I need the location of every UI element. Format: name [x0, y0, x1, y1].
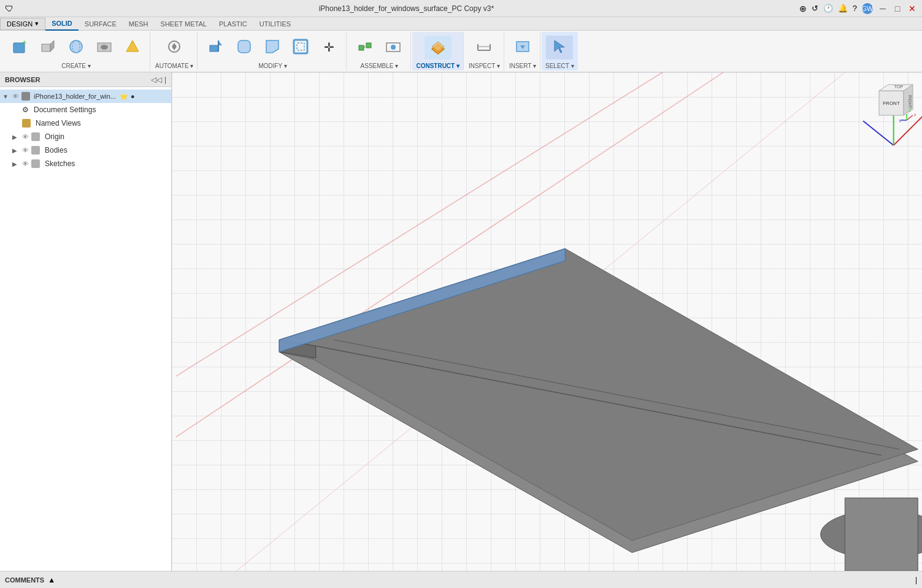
clock-icon[interactable]: 🕐 — [823, 4, 833, 13]
svg-line-20 — [364, 45, 366, 48]
insert-canvas-button[interactable] — [509, 36, 536, 59]
extrude-button[interactable] — [34, 36, 61, 59]
tree-eye-origin[interactable]: 👁 — [22, 133, 29, 140]
tree-bodies-icon — [31, 146, 40, 155]
browser-pin-button[interactable]: | — [164, 75, 166, 84]
tab-surface[interactable]: SURFACE — [79, 17, 123, 31]
select-label[interactable]: SELECT ▾ — [545, 63, 574, 69]
tree-item-named-views[interactable]: Named Views — [0, 116, 171, 130]
svg-point-4 — [70, 40, 82, 53]
select-buttons — [546, 33, 573, 61]
viewport[interactable]: FRONT RIGHT TOP X Y Z — [172, 72, 922, 571]
help-icon[interactable]: ? — [853, 4, 857, 13]
select-button[interactable] — [546, 36, 573, 59]
press-pull-button[interactable] — [202, 36, 229, 59]
automate-label[interactable]: AUTOMATE ▾ — [155, 63, 193, 69]
revolve-button[interactable] — [63, 36, 90, 59]
tree-label-root: iPhone13_holder_for_win... — [34, 93, 116, 100]
minimize-button[interactable]: ─ — [878, 4, 888, 13]
tree-label-sketches: Sketches — [45, 159, 75, 168]
measure-button[interactable] — [471, 36, 497, 59]
revolve-icon — [67, 38, 85, 57]
tab-solid[interactable]: SOLID — [45, 17, 79, 31]
svg-line-54 — [907, 115, 913, 120]
svg-text:Z: Z — [909, 108, 912, 112]
design-label: DESIGN — [7, 20, 33, 28]
refresh-icon[interactable]: ↺ — [812, 4, 818, 13]
svg-point-7 — [101, 45, 108, 50]
maximize-button[interactable]: □ — [893, 4, 902, 13]
tree-settings-icon: ⚙ — [22, 105, 29, 114]
joint-button[interactable] — [352, 36, 378, 59]
assemble-label[interactable]: ASSEMBLE ▾ — [361, 63, 399, 69]
insert-label[interactable]: INSERT ▾ — [509, 63, 536, 69]
construct-label[interactable]: CONSTRUCT ▾ — [416, 63, 459, 69]
toolbar-tabs: SOLID SURFACE MESH SHEET METAL PLASTIC U… — [45, 17, 297, 31]
modify-label[interactable]: MODIFY ▾ — [258, 63, 286, 69]
fillet-button[interactable] — [231, 36, 258, 59]
as-built-joint-icon — [385, 38, 402, 57]
inspect-buttons — [471, 33, 497, 61]
new-component-button[interactable]: + — [6, 36, 33, 59]
comments-pin-button[interactable]: | — [915, 576, 917, 584]
automate-icon — [166, 38, 183, 57]
comments-expand-button[interactable]: ▲ — [48, 576, 55, 584]
inspect-label[interactable]: INSPECT ▾ — [469, 63, 500, 69]
tree-item-root[interactable]: ▼ 👁 iPhone13_holder_for_win... ⭐ ● — [0, 90, 171, 103]
tree-eye-root[interactable]: 👁 — [12, 93, 19, 100]
create-label[interactable]: CREATE ▾ — [61, 63, 91, 69]
automate-section: AUTOMATE ▾ — [152, 32, 198, 71]
tab-plastic[interactable]: PLASTIC — [213, 17, 253, 31]
hole-button[interactable] — [91, 36, 118, 59]
comments-bar: COMMENTS ▲ | — [0, 571, 922, 588]
insert-section: INSERT ▾ — [505, 32, 540, 71]
as-built-joint-button[interactable] — [380, 36, 407, 59]
construct-section: CONSTRUCT ▾ — [412, 32, 464, 71]
svg-marker-38 — [279, 249, 918, 541]
insert-buttons — [509, 33, 536, 61]
title-bar: 🛡 iPhone13_holder_for_windows_surface_PC… — [0, 0, 922, 17]
close-button[interactable]: ✕ — [907, 4, 917, 13]
construct-plane-button[interactable] — [425, 36, 451, 59]
tab-mesh[interactable]: MESH — [123, 17, 155, 31]
move-button[interactable]: ✛ — [315, 39, 342, 56]
tab-utilities[interactable]: UTILITIES — [253, 17, 297, 31]
tree-eye-sketches[interactable]: 👁 — [22, 160, 29, 167]
tree-item-bodies[interactable]: ▶ 👁 Bodies — [0, 143, 171, 157]
construct-buttons — [425, 33, 451, 61]
create-buttons: + — [6, 33, 146, 61]
tree-item-doc-settings[interactable]: ⚙ Document Settings — [0, 103, 171, 116]
svg-rect-2 — [42, 44, 50, 52]
automate-button[interactable] — [161, 36, 188, 59]
svg-text:RIGHT: RIGHT — [908, 95, 912, 109]
navigation-cube[interactable]: FRONT RIGHT TOP X Y Z — [867, 78, 916, 128]
tab-sheet-metal[interactable]: SHEET METAL — [155, 17, 213, 31]
svg-marker-3 — [50, 40, 54, 52]
design-dropdown[interactable]: DESIGN ▾ — [0, 18, 45, 30]
viewport-canvas: FRONT RIGHT TOP X Y Z — [172, 72, 922, 571]
inspect-section: INSPECT ▾ — [465, 32, 504, 71]
svg-rect-11 — [210, 45, 218, 52]
svg-rect-16 — [294, 40, 307, 53]
chamfer-button[interactable] — [259, 36, 286, 59]
new-component-icon: + — [11, 38, 28, 57]
tree-doc-icon — [21, 92, 30, 101]
browser-controls: ◁◁ | — [151, 75, 166, 84]
user-avatar[interactable]: GW — [862, 3, 873, 14]
tree-item-origin[interactable]: ▶ 👁 Origin — [0, 130, 171, 143]
joint-icon — [356, 38, 374, 57]
svg-marker-8 — [126, 40, 139, 52]
tree-eye-bodies[interactable]: 👁 — [22, 147, 29, 154]
browser-header: BROWSER ◁◁ | — [0, 72, 171, 87]
shell-button[interactable] — [287, 36, 314, 59]
create-section: + — [2, 32, 150, 71]
measure-icon — [475, 38, 493, 57]
bell-icon[interactable]: 🔔 — [838, 4, 848, 13]
tree-item-sketches[interactable]: ▶ 👁 Sketches — [0, 157, 171, 170]
press-pull-icon — [207, 38, 225, 57]
design-arrow: ▾ — [35, 20, 39, 28]
svg-rect-17 — [297, 43, 304, 50]
browser-collapse-button[interactable]: ◁◁ — [151, 75, 162, 84]
add-tab-icon[interactable]: ⊕ — [799, 4, 807, 13]
more-create-button[interactable] — [119, 36, 146, 59]
